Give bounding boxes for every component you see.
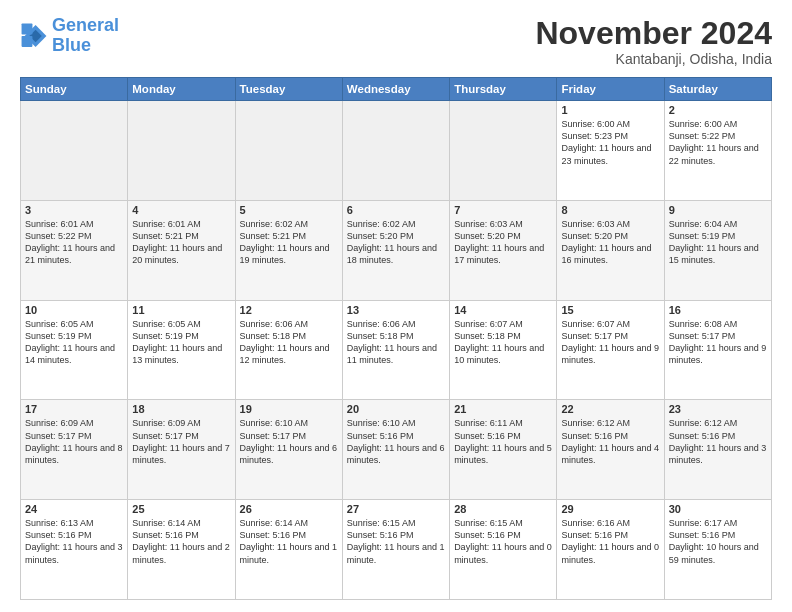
- calendar-header-row: Sunday Monday Tuesday Wednesday Thursday…: [21, 78, 772, 101]
- table-row: 13Sunrise: 6:06 AMSunset: 5:18 PMDayligh…: [342, 300, 449, 400]
- table-row: 21Sunrise: 6:11 AMSunset: 5:16 PMDayligh…: [450, 400, 557, 500]
- day-number: 2: [669, 104, 767, 116]
- day-number: 22: [561, 403, 659, 415]
- day-info: Sunrise: 6:05 AMSunset: 5:19 PMDaylight:…: [132, 318, 230, 367]
- day-number: 23: [669, 403, 767, 415]
- day-info: Sunrise: 6:03 AMSunset: 5:20 PMDaylight:…: [454, 218, 552, 267]
- table-row: 12Sunrise: 6:06 AMSunset: 5:18 PMDayligh…: [235, 300, 342, 400]
- day-info: Sunrise: 6:14 AMSunset: 5:16 PMDaylight:…: [240, 517, 338, 566]
- table-row: [128, 101, 235, 201]
- table-row: 9Sunrise: 6:04 AMSunset: 5:19 PMDaylight…: [664, 200, 771, 300]
- table-row: 11Sunrise: 6:05 AMSunset: 5:19 PMDayligh…: [128, 300, 235, 400]
- table-row: 27Sunrise: 6:15 AMSunset: 5:16 PMDayligh…: [342, 500, 449, 600]
- day-number: 28: [454, 503, 552, 515]
- table-row: 6Sunrise: 6:02 AMSunset: 5:20 PMDaylight…: [342, 200, 449, 300]
- day-info: Sunrise: 6:01 AMSunset: 5:22 PMDaylight:…: [25, 218, 123, 267]
- day-number: 24: [25, 503, 123, 515]
- table-row: 2Sunrise: 6:00 AMSunset: 5:22 PMDaylight…: [664, 101, 771, 201]
- table-row: 28Sunrise: 6:15 AMSunset: 5:16 PMDayligh…: [450, 500, 557, 600]
- table-row: 1Sunrise: 6:00 AMSunset: 5:23 PMDaylight…: [557, 101, 664, 201]
- calendar-week-row: 24Sunrise: 6:13 AMSunset: 5:16 PMDayligh…: [21, 500, 772, 600]
- day-number: 29: [561, 503, 659, 515]
- day-info: Sunrise: 6:02 AMSunset: 5:21 PMDaylight:…: [240, 218, 338, 267]
- day-info: Sunrise: 6:10 AMSunset: 5:16 PMDaylight:…: [347, 417, 445, 466]
- day-info: Sunrise: 6:15 AMSunset: 5:16 PMDaylight:…: [454, 517, 552, 566]
- svg-rect-3: [22, 23, 33, 34]
- table-row: 18Sunrise: 6:09 AMSunset: 5:17 PMDayligh…: [128, 400, 235, 500]
- day-number: 11: [132, 304, 230, 316]
- day-info: Sunrise: 6:09 AMSunset: 5:17 PMDaylight:…: [25, 417, 123, 466]
- table-row: 30Sunrise: 6:17 AMSunset: 5:16 PMDayligh…: [664, 500, 771, 600]
- col-sunday: Sunday: [21, 78, 128, 101]
- day-info: Sunrise: 6:06 AMSunset: 5:18 PMDaylight:…: [240, 318, 338, 367]
- day-info: Sunrise: 6:17 AMSunset: 5:16 PMDaylight:…: [669, 517, 767, 566]
- calendar-table: Sunday Monday Tuesday Wednesday Thursday…: [20, 77, 772, 600]
- day-number: 26: [240, 503, 338, 515]
- table-row: 24Sunrise: 6:13 AMSunset: 5:16 PMDayligh…: [21, 500, 128, 600]
- day-info: Sunrise: 6:15 AMSunset: 5:16 PMDaylight:…: [347, 517, 445, 566]
- table-row: [235, 101, 342, 201]
- day-info: Sunrise: 6:07 AMSunset: 5:17 PMDaylight:…: [561, 318, 659, 367]
- table-row: 20Sunrise: 6:10 AMSunset: 5:16 PMDayligh…: [342, 400, 449, 500]
- day-number: 9: [669, 204, 767, 216]
- logo-text: General Blue: [52, 16, 119, 56]
- day-info: Sunrise: 6:09 AMSunset: 5:17 PMDaylight:…: [132, 417, 230, 466]
- table-row: 25Sunrise: 6:14 AMSunset: 5:16 PMDayligh…: [128, 500, 235, 600]
- day-number: 5: [240, 204, 338, 216]
- table-row: 16Sunrise: 6:08 AMSunset: 5:17 PMDayligh…: [664, 300, 771, 400]
- col-friday: Friday: [557, 78, 664, 101]
- logo: General Blue: [20, 16, 119, 56]
- day-number: 8: [561, 204, 659, 216]
- calendar-week-row: 17Sunrise: 6:09 AMSunset: 5:17 PMDayligh…: [21, 400, 772, 500]
- table-row: 3Sunrise: 6:01 AMSunset: 5:22 PMDaylight…: [21, 200, 128, 300]
- logo-icon: [20, 22, 48, 50]
- day-info: Sunrise: 6:05 AMSunset: 5:19 PMDaylight:…: [25, 318, 123, 367]
- day-number: 4: [132, 204, 230, 216]
- table-row: 10Sunrise: 6:05 AMSunset: 5:19 PMDayligh…: [21, 300, 128, 400]
- day-info: Sunrise: 6:08 AMSunset: 5:17 PMDaylight:…: [669, 318, 767, 367]
- calendar-week-row: 3Sunrise: 6:01 AMSunset: 5:22 PMDaylight…: [21, 200, 772, 300]
- table-row: 4Sunrise: 6:01 AMSunset: 5:21 PMDaylight…: [128, 200, 235, 300]
- day-info: Sunrise: 6:03 AMSunset: 5:20 PMDaylight:…: [561, 218, 659, 267]
- table-row: 5Sunrise: 6:02 AMSunset: 5:21 PMDaylight…: [235, 200, 342, 300]
- col-monday: Monday: [128, 78, 235, 101]
- col-saturday: Saturday: [664, 78, 771, 101]
- logo-line2: Blue: [52, 35, 91, 55]
- calendar-week-row: 10Sunrise: 6:05 AMSunset: 5:19 PMDayligh…: [21, 300, 772, 400]
- day-info: Sunrise: 6:12 AMSunset: 5:16 PMDaylight:…: [561, 417, 659, 466]
- day-info: Sunrise: 6:00 AMSunset: 5:23 PMDaylight:…: [561, 118, 659, 167]
- day-info: Sunrise: 6:02 AMSunset: 5:20 PMDaylight:…: [347, 218, 445, 267]
- day-number: 10: [25, 304, 123, 316]
- day-info: Sunrise: 6:13 AMSunset: 5:16 PMDaylight:…: [25, 517, 123, 566]
- day-info: Sunrise: 6:16 AMSunset: 5:16 PMDaylight:…: [561, 517, 659, 566]
- col-thursday: Thursday: [450, 78, 557, 101]
- day-number: 19: [240, 403, 338, 415]
- col-tuesday: Tuesday: [235, 78, 342, 101]
- day-info: Sunrise: 6:06 AMSunset: 5:18 PMDaylight:…: [347, 318, 445, 367]
- day-info: Sunrise: 6:11 AMSunset: 5:16 PMDaylight:…: [454, 417, 552, 466]
- page: General Blue November 2024 Kantabanji, O…: [0, 0, 792, 612]
- table-row: 26Sunrise: 6:14 AMSunset: 5:16 PMDayligh…: [235, 500, 342, 600]
- table-row: 14Sunrise: 6:07 AMSunset: 5:18 PMDayligh…: [450, 300, 557, 400]
- day-number: 20: [347, 403, 445, 415]
- day-number: 16: [669, 304, 767, 316]
- day-number: 14: [454, 304, 552, 316]
- day-number: 1: [561, 104, 659, 116]
- day-info: Sunrise: 6:14 AMSunset: 5:16 PMDaylight:…: [132, 517, 230, 566]
- month-title: November 2024: [535, 16, 772, 51]
- day-number: 15: [561, 304, 659, 316]
- day-number: 17: [25, 403, 123, 415]
- day-info: Sunrise: 6:12 AMSunset: 5:16 PMDaylight:…: [669, 417, 767, 466]
- table-row: 22Sunrise: 6:12 AMSunset: 5:16 PMDayligh…: [557, 400, 664, 500]
- table-row: 23Sunrise: 6:12 AMSunset: 5:16 PMDayligh…: [664, 400, 771, 500]
- day-info: Sunrise: 6:07 AMSunset: 5:18 PMDaylight:…: [454, 318, 552, 367]
- day-number: 13: [347, 304, 445, 316]
- day-number: 25: [132, 503, 230, 515]
- table-row: [450, 101, 557, 201]
- day-number: 12: [240, 304, 338, 316]
- day-info: Sunrise: 6:10 AMSunset: 5:17 PMDaylight:…: [240, 417, 338, 466]
- day-number: 27: [347, 503, 445, 515]
- table-row: 17Sunrise: 6:09 AMSunset: 5:17 PMDayligh…: [21, 400, 128, 500]
- table-row: 8Sunrise: 6:03 AMSunset: 5:20 PMDaylight…: [557, 200, 664, 300]
- day-number: 7: [454, 204, 552, 216]
